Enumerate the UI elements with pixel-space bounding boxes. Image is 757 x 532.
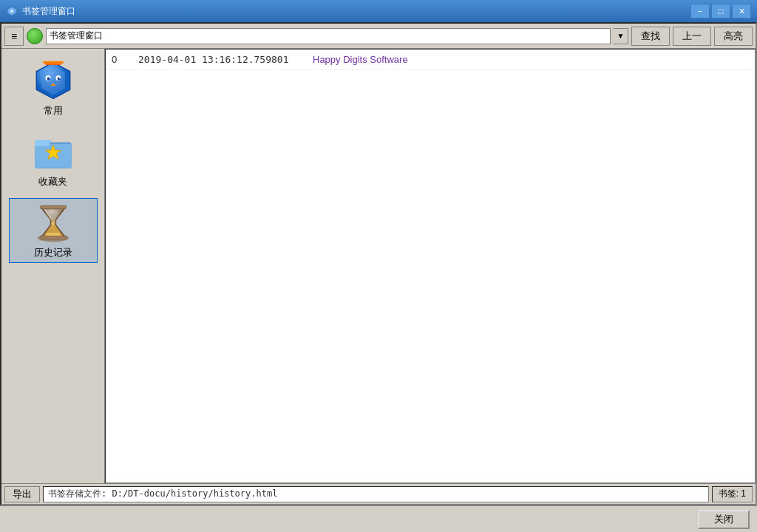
favorites-icon bbox=[30, 131, 77, 172]
title-bar-left: 书签管理窗口 bbox=[6, 5, 75, 18]
main-window: ≡ ▼ 查找 上一 高亮 bbox=[0, 22, 757, 505]
row-date: 2019-04-01 13:16:12.759801 bbox=[138, 54, 301, 65]
bottom-bar: 关闭 bbox=[0, 505, 757, 532]
svg-rect-19 bbox=[35, 140, 49, 146]
close-button[interactable]: 关闭 bbox=[698, 510, 750, 529]
svg-point-2 bbox=[10, 10, 13, 13]
svg-rect-23 bbox=[40, 236, 66, 239]
status-bar: 导出 书签存储文件: D:/DT-docu/history/history.ht… bbox=[1, 483, 756, 504]
svg-point-7 bbox=[47, 77, 50, 80]
sidebar-item-history[interactable]: 历史记录 bbox=[9, 198, 98, 263]
svg-point-10 bbox=[58, 78, 60, 79]
row-number: 0 bbox=[112, 54, 126, 65]
common-icon bbox=[30, 60, 77, 101]
sidebar-item-common-label: 常用 bbox=[44, 104, 63, 117]
svg-rect-22 bbox=[40, 205, 66, 208]
table-row[interactable]: 0 2019-04-01 13:16:12.759801 Happy Digit… bbox=[106, 50, 755, 70]
sidebar-item-favorites-label: 收藏夹 bbox=[38, 175, 67, 188]
title-bar: 书签管理窗口 − □ ✕ bbox=[0, 0, 757, 22]
green-button[interactable] bbox=[27, 28, 43, 44]
app-icon bbox=[6, 5, 18, 17]
content-area: 常用 收藏夹 bbox=[1, 49, 756, 483]
svg-point-24 bbox=[52, 222, 55, 225]
search-container bbox=[46, 28, 611, 44]
prev-button[interactable]: 上一 bbox=[673, 27, 711, 46]
sidebar: 常用 收藏夹 bbox=[1, 49, 105, 483]
title-bar-buttons: − □ ✕ bbox=[690, 4, 751, 18]
minimize-button[interactable]: − bbox=[690, 4, 710, 18]
history-icon bbox=[30, 202, 77, 243]
highlight-button[interactable]: 高亮 bbox=[714, 27, 753, 46]
sidebar-item-history-label: 历史记录 bbox=[34, 246, 72, 259]
sidebar-item-common[interactable]: 常用 bbox=[9, 56, 98, 121]
close-window-button[interactable]: ✕ bbox=[732, 4, 751, 18]
row-title[interactable]: Happy Digits Software bbox=[313, 54, 749, 65]
menu-button[interactable]: ≡ bbox=[4, 27, 24, 46]
dropdown-button[interactable]: ▼ bbox=[614, 28, 628, 44]
find-button[interactable]: 查找 bbox=[631, 27, 670, 46]
search-input[interactable] bbox=[46, 28, 611, 44]
toolbar: ≡ ▼ 查找 上一 高亮 bbox=[1, 24, 756, 49]
svg-point-8 bbox=[57, 77, 60, 80]
status-count: 书签: 1 bbox=[712, 486, 753, 502]
maximize-button[interactable]: □ bbox=[711, 4, 730, 18]
list-panel[interactable]: 0 2019-04-01 13:16:12.759801 Happy Digit… bbox=[105, 49, 756, 483]
svg-rect-13 bbox=[43, 61, 64, 64]
sidebar-item-favorites[interactable]: 收藏夹 bbox=[9, 127, 98, 192]
status-path: 书签存储文件: D:/DT-docu/history/history.html bbox=[43, 486, 709, 502]
svg-point-9 bbox=[48, 78, 50, 79]
export-button[interactable]: 导出 bbox=[4, 486, 40, 502]
title-bar-title: 书签管理窗口 bbox=[22, 5, 75, 18]
